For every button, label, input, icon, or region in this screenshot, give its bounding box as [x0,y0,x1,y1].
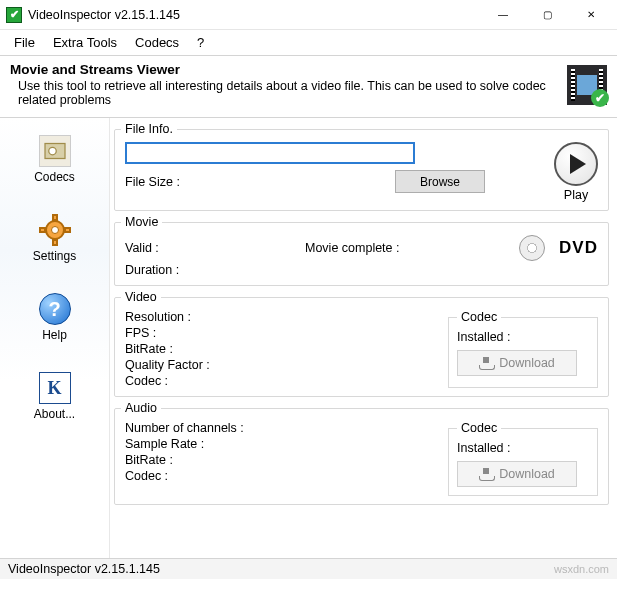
audio-bitrate-label: BitRate : [125,453,440,467]
header-strip: Movie and Streams Viewer Use this tool t… [0,55,617,118]
video-codec-box-legend: Codec [457,310,501,324]
right-panels: File Info. File Size : Browse Play [110,118,617,558]
svg-rect-4 [53,215,57,220]
nav-about-label: About... [34,407,75,421]
browse-button[interactable]: Browse [395,170,485,193]
audio-download-button[interactable]: Download [457,461,577,487]
file-size-label: File Size : [125,175,180,189]
menu-file[interactable]: File [6,33,43,52]
movie-legend: Movie [121,215,162,229]
nav-codecs-label: Codecs [34,170,75,184]
video-fps-label: FPS : [125,326,440,340]
svg-point-3 [51,227,58,234]
menu-help[interactable]: ? [189,33,212,52]
disc-icon[interactable] [519,235,545,261]
watermark: wsxdn.com [554,563,609,575]
minimize-button[interactable]: — [481,1,525,29]
svg-point-1 [48,147,56,155]
body-area: Codecs Settings ? Help K About... File I… [0,118,617,558]
play-button[interactable] [554,142,598,186]
film-check-icon: ✔ [567,65,607,105]
movie-duration-label: Duration : [125,263,305,277]
video-legend: Video [121,290,161,304]
nav-codecs[interactable]: Codecs [13,128,97,191]
video-installed-label: Installed : [457,330,589,344]
video-panel: Video Resolution : FPS : BitRate : Quali… [114,290,609,397]
svg-rect-6 [40,228,45,232]
nav-settings-label: Settings [33,249,76,263]
menu-codecs[interactable]: Codecs [127,33,187,52]
movie-complete-label: Movie complete : [305,241,465,255]
maximize-button[interactable]: ▢ [525,1,569,29]
audio-codec-box: Codec Installed : Download [448,421,598,496]
video-bitrate-label: BitRate : [125,342,440,356]
nav-help-label: Help [42,328,67,342]
download-icon [479,357,493,369]
close-button[interactable]: ✕ [569,1,613,29]
svg-rect-7 [65,228,70,232]
gear-icon [39,214,71,246]
menu-extra-tools[interactable]: Extra Tools [45,33,125,52]
nav-settings[interactable]: Settings [13,207,97,270]
video-resolution-label: Resolution : [125,310,440,324]
video-quality-label: Quality Factor : [125,358,440,372]
status-text: VideoInspector v2.15.1.145 [8,562,160,576]
audio-sample-label: Sample Rate : [125,437,440,451]
audio-codec-box-legend: Codec [457,421,501,435]
download-icon [479,468,493,480]
menubar: File Extra Tools Codecs ? [0,30,617,55]
statusbar: VideoInspector v2.15.1.145 wsxdn.com [0,558,617,579]
titlebar: ✔ VideoInspector v2.15.1.145 — ▢ ✕ [0,0,617,30]
nav-help[interactable]: ? Help [13,286,97,349]
video-codec-box: Codec Installed : Download [448,310,598,388]
movie-valid-label: Valid : [125,241,305,255]
app-icon: ✔ [6,7,22,23]
video-codec-label: Codec : [125,374,440,388]
left-nav: Codecs Settings ? Help K About... [0,118,110,558]
movie-panel: Movie Valid : Movie complete : DVD Durat… [114,215,609,286]
header-desc: Use this tool to retrieve all interestin… [10,79,567,107]
file-info-legend: File Info. [121,122,177,136]
about-icon: K [39,372,71,404]
help-icon: ? [39,293,71,325]
file-info-panel: File Info. File Size : Browse Play [114,122,609,211]
play-icon [570,154,586,174]
audio-installed-label: Installed : [457,441,589,455]
codecs-icon [39,135,71,167]
svg-rect-5 [53,240,57,245]
window-title: VideoInspector v2.15.1.145 [28,8,481,22]
play-label: Play [564,188,588,202]
audio-legend: Audio [121,401,161,415]
audio-channels-label: Number of channels : [125,421,440,435]
dvd-icon[interactable]: DVD [559,238,598,258]
video-download-button[interactable]: Download [457,350,577,376]
audio-codec-label: Codec : [125,469,440,483]
file-path-input[interactable] [125,142,415,164]
header-title: Movie and Streams Viewer [10,62,567,77]
nav-about[interactable]: K About... [13,365,97,428]
audio-panel: Audio Number of channels : Sample Rate :… [114,401,609,505]
